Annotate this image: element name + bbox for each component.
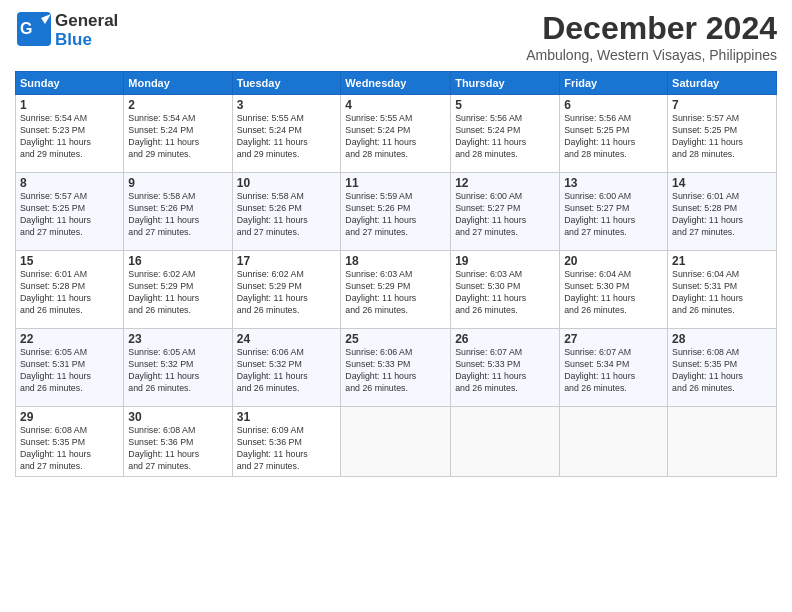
day-number: 26 — [455, 332, 555, 346]
day-number: 15 — [20, 254, 119, 268]
calendar-cell — [341, 407, 451, 477]
day-info: Sunrise: 5:58 AMSunset: 5:26 PMDaylight:… — [128, 191, 227, 239]
day-number: 22 — [20, 332, 119, 346]
col-thursday: Thursday — [451, 72, 560, 95]
calendar-cell — [451, 407, 560, 477]
svg-text:G: G — [20, 20, 32, 37]
day-info: Sunrise: 5:56 AMSunset: 5:24 PMDaylight:… — [455, 113, 555, 161]
logo: G General Blue — [15, 10, 118, 52]
calendar-cell: 22Sunrise: 6:05 AMSunset: 5:31 PMDayligh… — [16, 329, 124, 407]
day-info: Sunrise: 5:55 AMSunset: 5:24 PMDaylight:… — [345, 113, 446, 161]
calendar-cell: 2Sunrise: 5:54 AMSunset: 5:24 PMDaylight… — [124, 95, 232, 173]
calendar-cell: 1Sunrise: 5:54 AMSunset: 5:23 PMDaylight… — [16, 95, 124, 173]
calendar-cell: 11Sunrise: 5:59 AMSunset: 5:26 PMDayligh… — [341, 173, 451, 251]
day-number: 11 — [345, 176, 446, 190]
day-info: Sunrise: 5:59 AMSunset: 5:26 PMDaylight:… — [345, 191, 446, 239]
col-tuesday: Tuesday — [232, 72, 341, 95]
day-info: Sunrise: 5:57 AMSunset: 5:25 PMDaylight:… — [672, 113, 772, 161]
day-info: Sunrise: 6:01 AMSunset: 5:28 PMDaylight:… — [20, 269, 119, 317]
day-number: 14 — [672, 176, 772, 190]
day-info: Sunrise: 6:03 AMSunset: 5:29 PMDaylight:… — [345, 269, 446, 317]
calendar-cell: 8Sunrise: 5:57 AMSunset: 5:25 PMDaylight… — [16, 173, 124, 251]
day-number: 8 — [20, 176, 119, 190]
day-number: 21 — [672, 254, 772, 268]
col-saturday: Saturday — [668, 72, 777, 95]
day-info: Sunrise: 6:02 AMSunset: 5:29 PMDaylight:… — [237, 269, 337, 317]
day-info: Sunrise: 6:05 AMSunset: 5:31 PMDaylight:… — [20, 347, 119, 395]
calendar-cell: 31Sunrise: 6:09 AMSunset: 5:36 PMDayligh… — [232, 407, 341, 477]
calendar-cell: 6Sunrise: 5:56 AMSunset: 5:25 PMDaylight… — [560, 95, 668, 173]
calendar-cell: 10Sunrise: 5:58 AMSunset: 5:26 PMDayligh… — [232, 173, 341, 251]
calendar-cell: 27Sunrise: 6:07 AMSunset: 5:34 PMDayligh… — [560, 329, 668, 407]
calendar-cell: 9Sunrise: 5:58 AMSunset: 5:26 PMDaylight… — [124, 173, 232, 251]
calendar-header-row: Sunday Monday Tuesday Wednesday Thursday… — [16, 72, 777, 95]
day-info: Sunrise: 6:07 AMSunset: 5:34 PMDaylight:… — [564, 347, 663, 395]
calendar-cell — [668, 407, 777, 477]
page: G General Blue December 2024 Ambulong, W… — [0, 0, 792, 612]
location: Ambulong, Western Visayas, Philippines — [526, 47, 777, 63]
calendar-cell: 26Sunrise: 6:07 AMSunset: 5:33 PMDayligh… — [451, 329, 560, 407]
calendar-cell: 4Sunrise: 5:55 AMSunset: 5:24 PMDaylight… — [341, 95, 451, 173]
calendar-cell: 12Sunrise: 6:00 AMSunset: 5:27 PMDayligh… — [451, 173, 560, 251]
calendar-cell: 7Sunrise: 5:57 AMSunset: 5:25 PMDaylight… — [668, 95, 777, 173]
day-info: Sunrise: 5:56 AMSunset: 5:25 PMDaylight:… — [564, 113, 663, 161]
day-number: 1 — [20, 98, 119, 112]
day-number: 7 — [672, 98, 772, 112]
day-number: 12 — [455, 176, 555, 190]
day-info: Sunrise: 5:54 AMSunset: 5:24 PMDaylight:… — [128, 113, 227, 161]
day-info: Sunrise: 6:07 AMSunset: 5:33 PMDaylight:… — [455, 347, 555, 395]
day-number: 18 — [345, 254, 446, 268]
logo-general: General — [55, 12, 118, 31]
calendar-cell: 3Sunrise: 5:55 AMSunset: 5:24 PMDaylight… — [232, 95, 341, 173]
day-info: Sunrise: 6:08 AMSunset: 5:35 PMDaylight:… — [20, 425, 119, 473]
day-number: 20 — [564, 254, 663, 268]
day-number: 5 — [455, 98, 555, 112]
day-number: 4 — [345, 98, 446, 112]
calendar-cell: 19Sunrise: 6:03 AMSunset: 5:30 PMDayligh… — [451, 251, 560, 329]
col-friday: Friday — [560, 72, 668, 95]
day-info: Sunrise: 5:58 AMSunset: 5:26 PMDaylight:… — [237, 191, 337, 239]
day-info: Sunrise: 5:54 AMSunset: 5:23 PMDaylight:… — [20, 113, 119, 161]
day-number: 3 — [237, 98, 337, 112]
day-number: 9 — [128, 176, 227, 190]
day-number: 10 — [237, 176, 337, 190]
col-monday: Monday — [124, 72, 232, 95]
calendar-cell: 23Sunrise: 6:05 AMSunset: 5:32 PMDayligh… — [124, 329, 232, 407]
day-number: 17 — [237, 254, 337, 268]
day-info: Sunrise: 6:04 AMSunset: 5:30 PMDaylight:… — [564, 269, 663, 317]
day-number: 13 — [564, 176, 663, 190]
day-number: 25 — [345, 332, 446, 346]
day-number: 31 — [237, 410, 337, 424]
day-number: 30 — [128, 410, 227, 424]
day-info: Sunrise: 6:00 AMSunset: 5:27 PMDaylight:… — [564, 191, 663, 239]
day-number: 24 — [237, 332, 337, 346]
title-area: December 2024 Ambulong, Western Visayas,… — [526, 10, 777, 63]
calendar-cell: 21Sunrise: 6:04 AMSunset: 5:31 PMDayligh… — [668, 251, 777, 329]
day-info: Sunrise: 6:04 AMSunset: 5:31 PMDaylight:… — [672, 269, 772, 317]
day-info: Sunrise: 6:08 AMSunset: 5:35 PMDaylight:… — [672, 347, 772, 395]
day-info: Sunrise: 6:05 AMSunset: 5:32 PMDaylight:… — [128, 347, 227, 395]
calendar-cell: 14Sunrise: 6:01 AMSunset: 5:28 PMDayligh… — [668, 173, 777, 251]
logo-blue: Blue — [55, 31, 118, 50]
calendar-cell: 20Sunrise: 6:04 AMSunset: 5:30 PMDayligh… — [560, 251, 668, 329]
day-info: Sunrise: 6:09 AMSunset: 5:36 PMDaylight:… — [237, 425, 337, 473]
day-info: Sunrise: 6:00 AMSunset: 5:27 PMDaylight:… — [455, 191, 555, 239]
day-number: 28 — [672, 332, 772, 346]
calendar-cell: 5Sunrise: 5:56 AMSunset: 5:24 PMDaylight… — [451, 95, 560, 173]
day-info: Sunrise: 5:57 AMSunset: 5:25 PMDaylight:… — [20, 191, 119, 239]
month-title: December 2024 — [526, 10, 777, 47]
day-info: Sunrise: 6:02 AMSunset: 5:29 PMDaylight:… — [128, 269, 227, 317]
calendar-cell: 18Sunrise: 6:03 AMSunset: 5:29 PMDayligh… — [341, 251, 451, 329]
header: G General Blue December 2024 Ambulong, W… — [15, 10, 777, 63]
day-info: Sunrise: 5:55 AMSunset: 5:24 PMDaylight:… — [237, 113, 337, 161]
calendar-cell: 24Sunrise: 6:06 AMSunset: 5:32 PMDayligh… — [232, 329, 341, 407]
calendar-cell: 25Sunrise: 6:06 AMSunset: 5:33 PMDayligh… — [341, 329, 451, 407]
calendar-cell: 28Sunrise: 6:08 AMSunset: 5:35 PMDayligh… — [668, 329, 777, 407]
day-info: Sunrise: 6:06 AMSunset: 5:33 PMDaylight:… — [345, 347, 446, 395]
day-number: 29 — [20, 410, 119, 424]
calendar-cell: 13Sunrise: 6:00 AMSunset: 5:27 PMDayligh… — [560, 173, 668, 251]
col-wednesday: Wednesday — [341, 72, 451, 95]
calendar-cell: 17Sunrise: 6:02 AMSunset: 5:29 PMDayligh… — [232, 251, 341, 329]
day-number: 27 — [564, 332, 663, 346]
day-number: 19 — [455, 254, 555, 268]
